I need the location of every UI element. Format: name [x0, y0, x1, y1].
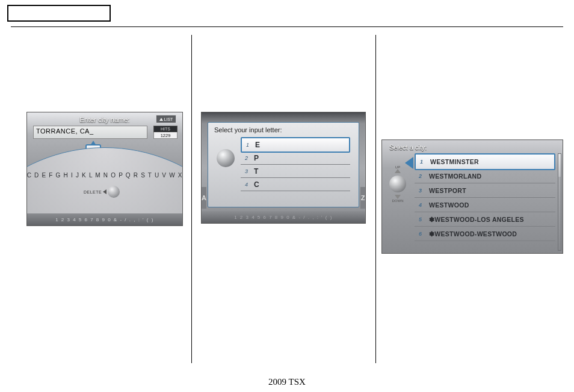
- letter-option[interactable]: 2 P: [241, 152, 350, 165]
- option-letter: P: [250, 154, 350, 162]
- item-text: WESTWOOD: [424, 201, 555, 209]
- city-item[interactable]: 5 ✽WESTWOOD-LOS ANGELES: [415, 212, 555, 227]
- city-list: 1 WESTMINSTER 2 WESTMORLAND 3 WESTPORT 4…: [415, 153, 555, 241]
- letter-dialog: Select your input letter: 1 E 2 P 3 T 4 …: [208, 122, 359, 207]
- item-text: WESTPORT: [424, 187, 555, 194]
- screen3-title: Select a city:: [382, 140, 563, 151]
- rotary-knob-icon[interactable]: [108, 186, 120, 198]
- city-name-input[interactable]: TORRANCE, CA_: [33, 126, 147, 139]
- city-item[interactable]: 1 WESTMINSTER: [415, 153, 555, 170]
- city-item[interactable]: 2 WESTMORLAND: [415, 169, 555, 183]
- dialog-title: Select your input letter:: [208, 123, 359, 137]
- triangle-up-icon: [395, 169, 401, 173]
- nav-screenshot-enter-city: Enter city name: LIST TORRANCE, CA_ HITS…: [26, 112, 183, 226]
- item-number: 5: [415, 216, 424, 222]
- item-number: 3: [415, 188, 424, 194]
- triangle-down-icon: [395, 195, 401, 199]
- delete-label: DELETE: [84, 190, 102, 194]
- horizontal-rule: [11, 26, 563, 27]
- item-number: 4: [415, 202, 424, 208]
- item-number: 6: [415, 231, 424, 237]
- up-control[interactable]: UP: [395, 165, 401, 173]
- letter-option[interactable]: 4 C: [241, 178, 350, 191]
- list-button[interactable]: LIST: [156, 115, 176, 123]
- hits-counter: HITS 1229: [153, 126, 177, 139]
- rotary-knob-icon[interactable]: [217, 149, 235, 167]
- arc-side-z: Z: [360, 187, 365, 209]
- option-letter: T: [250, 167, 350, 176]
- down-control[interactable]: DOWN: [392, 195, 404, 203]
- item-number: 1: [416, 159, 425, 165]
- nav-screenshot-select-letter: A Z Select your input letter: 1 E 2 P 3 …: [201, 112, 366, 224]
- option-number: 1: [242, 142, 252, 148]
- number-symbol-row: 1 2 3 4 5 6 7 8 9 0 & - / . , : ' ( ): [202, 211, 365, 223]
- option-number: 3: [241, 168, 250, 174]
- option-letter: C: [250, 180, 350, 189]
- scrollbar[interactable]: [558, 153, 561, 251]
- document-page: Enter city name: LIST TORRANCE, CA_ HITS…: [0, 0, 574, 392]
- hits-label: HITS: [153, 126, 177, 132]
- footer-text: 2009 TSX: [0, 377, 574, 387]
- option-number: 4: [241, 182, 250, 188]
- city-item[interactable]: 6 ✽WESTWOOD-WESTWOOD: [415, 227, 555, 241]
- list-button-label: LIST: [164, 117, 173, 121]
- arc-side-a: A: [202, 187, 206, 209]
- item-text: ✽WESTWOOD-LOS ANGELES: [424, 216, 555, 223]
- letter-option[interactable]: 1 E: [241, 137, 350, 153]
- city-item[interactable]: 3 WESTPORT: [415, 183, 555, 198]
- number-symbol-row[interactable]: 1 2 3 4 5 6 7 8 9 0 & - / . , : ' ( ): [27, 213, 182, 225]
- column-separator: [191, 35, 192, 363]
- item-text: WESTMORLAND: [424, 173, 555, 180]
- triangle-up-icon: [159, 118, 163, 121]
- city-item[interactable]: 4 WESTWOOD: [415, 198, 555, 212]
- alphabet-letters: A B C D E F G H I J K L M N O P Q R S T …: [26, 172, 183, 179]
- delete-knob-group: DELETE: [84, 186, 120, 198]
- header-box: [7, 5, 111, 22]
- letter-option[interactable]: 3 T: [241, 165, 350, 178]
- option-letter: E: [252, 141, 349, 149]
- hits-value: 1229: [153, 132, 177, 139]
- updown-knob-control: UP DOWN: [384, 165, 411, 203]
- scroll-thumb[interactable]: [558, 154, 561, 177]
- item-text: ✽WESTWOOD-WESTWOOD: [424, 230, 555, 237]
- item-number: 2: [415, 173, 424, 179]
- rotary-knob-icon[interactable]: [389, 176, 406, 192]
- item-text: WESTMINSTER: [425, 158, 554, 165]
- triangle-left-icon: [103, 189, 106, 194]
- column-separator: [375, 35, 376, 363]
- option-number: 2: [241, 155, 250, 161]
- down-label: DOWN: [392, 199, 404, 203]
- nav-screenshot-select-city: Select a city: UP DOWN 1 WESTMINSTER 2 W…: [381, 139, 563, 254]
